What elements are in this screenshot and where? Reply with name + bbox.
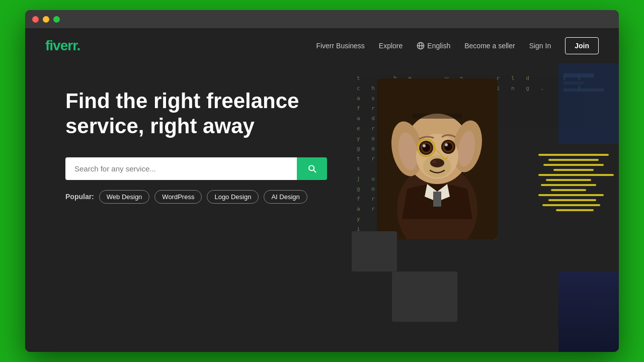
corner-image <box>558 63 619 144</box>
svg-point-17 <box>430 158 444 167</box>
nav-item-fiverr-business[interactable]: Fiverr Business <box>316 41 364 50</box>
nav-links: Fiverr Business Explore English <box>316 37 599 54</box>
search-input[interactable] <box>65 157 297 180</box>
code-line <box>541 184 596 186</box>
explore-link[interactable]: Explore <box>379 42 403 50</box>
svg-rect-29 <box>412 114 462 119</box>
hero-left: Find the right freelance service, right … <box>25 63 352 352</box>
search-bar <box>65 157 327 180</box>
code-line <box>546 179 591 181</box>
become-seller-link[interactable]: Become a seller <box>464 42 515 50</box>
popular-tag-web-design[interactable]: Web Design <box>99 190 150 204</box>
language-label: English <box>427 42 450 50</box>
traffic-light-yellow[interactable] <box>43 16 49 23</box>
deco-block-1 <box>352 231 397 272</box>
code-line <box>551 189 586 191</box>
dog-card <box>377 78 498 239</box>
bottom-right-image <box>558 272 619 352</box>
code-line <box>548 159 599 161</box>
sign-in-button[interactable]: Sign In <box>529 42 551 50</box>
code-line <box>543 164 604 166</box>
svg-rect-6 <box>564 88 604 92</box>
browser-window: fiverr. Fiverr Business Explore <box>25 10 619 352</box>
logo-text: fiverr <box>45 38 77 53</box>
hero-title-line2: service, right away <box>65 114 255 138</box>
corner-decoration <box>558 63 619 144</box>
popular-tag-wordpress[interactable]: WordPress <box>154 190 202 204</box>
dog-illustration <box>377 78 498 239</box>
svg-rect-5 <box>564 81 584 84</box>
browser-chrome <box>25 10 619 28</box>
svg-point-18 <box>432 160 436 163</box>
code-line <box>548 199 596 201</box>
traffic-light-green[interactable] <box>53 16 60 23</box>
popular-tag-ai-design[interactable]: AI Design <box>264 190 307 204</box>
nav-item-explore[interactable]: Explore <box>379 41 403 50</box>
svg-point-22 <box>423 144 426 147</box>
nav-item-join[interactable]: Join <box>565 37 599 54</box>
popular-row: Popular: Web Design WordPress Logo Desig… <box>65 190 332 204</box>
hero-right: t h e w o r l d i s c h a n g i n g . f … <box>352 63 619 352</box>
search-button[interactable] <box>297 157 327 180</box>
svg-rect-9 <box>433 192 441 207</box>
code-line <box>538 174 614 176</box>
code-lines <box>538 154 619 211</box>
code-line <box>538 154 609 156</box>
traffic-light-red[interactable] <box>32 16 39 23</box>
code-line <box>556 209 594 211</box>
navbar: fiverr. Fiverr Business Explore <box>25 28 619 63</box>
page-content: fiverr. Fiverr Business Explore <box>25 28 619 352</box>
code-line <box>542 204 600 206</box>
svg-point-26 <box>445 143 448 146</box>
nav-item-sign-in[interactable]: Sign In <box>529 41 551 50</box>
deco-block-2 <box>392 272 457 322</box>
popular-label: Popular: <box>65 193 94 201</box>
hero-section: Find the right freelance service, right … <box>25 63 619 352</box>
fiverr-business-link[interactable]: Fiverr Business <box>316 42 364 50</box>
hero-title-line1: Find the right freelance <box>65 89 299 113</box>
hero-title: Find the right freelance service, right … <box>65 88 307 139</box>
popular-tag-logo-design[interactable]: Logo Design <box>207 190 259 204</box>
language-selector[interactable]: English <box>417 42 450 50</box>
logo[interactable]: fiverr. <box>45 38 80 54</box>
globe-icon <box>417 42 425 50</box>
join-button[interactable]: Join <box>565 37 599 54</box>
code-line <box>553 169 594 171</box>
svg-rect-4 <box>564 73 594 77</box>
nav-item-become-seller[interactable]: Become a seller <box>464 41 515 50</box>
logo-dot: . <box>77 38 80 53</box>
code-line <box>538 194 604 196</box>
nav-item-language[interactable]: English <box>417 42 450 50</box>
search-icon <box>307 163 317 173</box>
